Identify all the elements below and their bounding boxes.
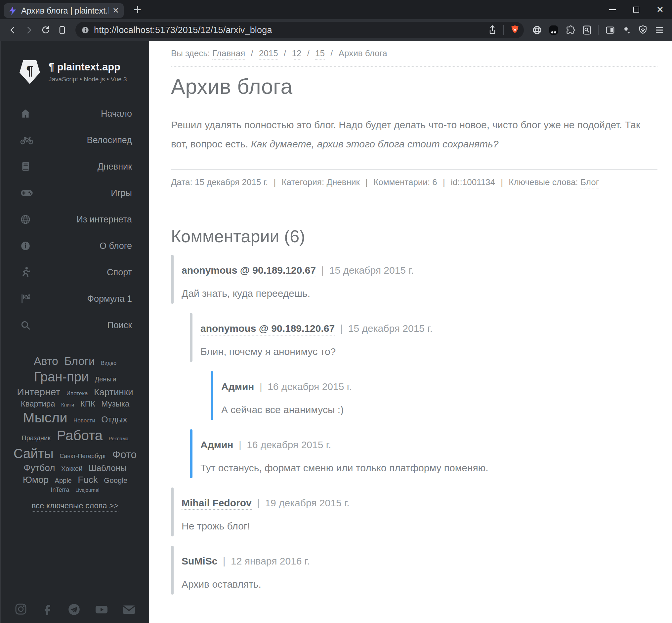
forward-button[interactable] [22,23,36,37]
tag-link[interactable]: Реклама [109,436,129,441]
globe-extension-icon[interactable] [530,23,544,37]
comment-author-link[interactable]: anonymous @ 90.189.120.67 [200,323,335,335]
breadcrumb-year-link[interactable]: 2015 [259,48,278,59]
bookmark-icon[interactable] [55,23,69,37]
site-logo[interactable]: ¶ ¶ plaintext.app JavaScript • Node.js •… [1,41,149,84]
leo-ai-sparkle-icon[interactable] [619,23,634,37]
breadcrumb-current: Архив блога [339,48,387,58]
sidebar-toggle-icon[interactable] [603,23,617,37]
tag-link[interactable]: Книги [61,402,74,408]
meta-post-id: id::1001134 [451,177,495,187]
bicycle-icon [20,136,33,145]
nav-item-sport[interactable]: Спорт [1,259,149,286]
nav-item-about[interactable]: О блоге [1,233,149,259]
tag-link[interactable]: Авто [34,355,58,367]
maximize-icon [633,7,639,12]
tag-link[interactable]: Отдых [101,414,127,424]
telegram-icon[interactable] [67,602,81,616]
breadcrumb-day-link[interactable]: 15 [315,48,325,59]
tag-link[interactable]: Работа [57,428,103,443]
nav-item-bicycle[interactable]: Велосипед [1,127,149,153]
tag-link[interactable]: Новости [74,417,95,424]
close-window-button[interactable]: ✕ [648,0,672,19]
brave-shields-icon[interactable] [509,25,521,36]
reload-button[interactable] [38,23,53,37]
tag-link[interactable]: Санкт-Петербург [59,453,106,459]
tag-link[interactable]: Google [104,476,127,484]
tag-link[interactable]: Футбол [24,463,55,473]
comment-thread-bar [171,546,174,595]
extensions-puzzle-icon[interactable] [563,23,578,37]
maximize-button[interactable] [624,0,648,19]
nav-item-games[interactable]: Игры [1,180,149,206]
comment-text: Дай знать, куда переедешь. [181,288,657,299]
home-icon [20,109,31,119]
new-tab-button[interactable]: + [134,3,141,16]
back-button[interactable] [5,23,20,37]
browser-titlebar: Архив блога | plaintext.blog ✕ + ✕ [0,0,672,19]
browser-tab[interactable]: Архив блога | plaintext.blog ✕ [4,3,124,18]
post-body-italic: Как думаете, архив этого блога стоит сох… [251,139,499,149]
nav-item-formula1[interactable]: Формула 1 [1,286,149,312]
email-icon[interactable] [122,602,136,616]
breadcrumb-home-link[interactable]: Главная [212,48,245,59]
comment-author-link[interactable]: Mihail Fedorov [181,497,252,510]
all-keywords-link[interactable]: все ключевые слова >> [32,501,119,512]
youtube-icon[interactable] [94,602,109,616]
address-bar[interactable]: http://localhost:5173/2015/12/15/arxiv_b… [76,22,524,38]
tag-link[interactable]: InTerra [51,486,69,493]
tag-link[interactable]: Музыка [101,399,129,408]
tag-link[interactable]: Юмор [23,475,49,485]
tag-link[interactable]: Деньги [95,376,116,383]
tag-link[interactable]: Fuck [78,475,98,485]
tag-link[interactable]: Гран-при [34,369,89,384]
nav-item-from-internet[interactable]: Из интернета [1,206,149,233]
comments-heading: Комментарии (6) [171,227,657,246]
tab-close-icon[interactable]: ✕ [112,6,119,15]
main-content: Вы здесь: Главная / 2015 / 12 / 15 / Арх… [149,41,672,623]
site-title: ¶ plaintext.app [49,61,127,73]
comment-author: Админ [221,381,254,392]
search-panel-icon[interactable] [580,23,594,37]
comment-author-link[interactable]: anonymous @ 90.189.120.67 [181,265,316,277]
tag-link[interactable]: Мысли [23,410,67,425]
tag-link[interactable]: Ипотека [66,390,88,396]
comment-thread-bar [171,487,174,536]
tag-link[interactable]: Livejournal [76,487,100,493]
tag-link[interactable]: Интернет [17,386,60,397]
comment-text: Тут останусь, формат сменю или только пл… [200,463,657,474]
search-icon [20,320,31,330]
site-info-icon[interactable] [80,25,91,35]
tag-link[interactable]: Блоги [64,355,94,367]
breadcrumb-month-link[interactable]: 12 [292,48,301,59]
tag-link[interactable]: Фото [112,448,137,461]
url-text[interactable]: http://localhost:5173/2015/12/15/arxiv_b… [94,25,483,35]
nav-item-home[interactable]: Начало [1,100,149,127]
nav-item-diary[interactable]: Дневник [1,153,149,180]
keyword-link[interactable]: Блог [580,177,599,188]
tag-link[interactable]: Картинки [94,387,133,397]
tag-link[interactable]: Квартира [21,399,55,408]
gamepad-icon [20,189,33,197]
nav-item-search[interactable]: Поиск [1,312,149,338]
comment-date: 19 декабря 2015 г. [265,497,349,508]
tag-link[interactable]: Сайты [13,446,54,461]
facebook-icon[interactable] [41,602,54,616]
vpn-shield-icon[interactable] [636,23,650,37]
tag-link[interactable]: КПК [80,399,95,408]
tag-link[interactable]: Apple [55,477,72,484]
favicon-vite-icon [8,6,17,15]
book-icon [20,161,31,172]
comment-date: 15 декабря 2015 г. [329,265,414,276]
tag-link[interactable]: Видео [101,360,116,366]
window-controls: ✕ [600,0,672,19]
tag-link[interactable]: Шаблоны [89,463,127,473]
extension-avatar-icon[interactable] [546,23,561,37]
tag-link[interactable]: Хоккей [61,465,82,472]
instagram-icon[interactable] [14,602,27,616]
minimize-button[interactable] [600,0,624,19]
tag-link[interactable]: Праздник [22,434,51,442]
menu-icon[interactable] [652,23,667,37]
share-icon[interactable] [486,24,498,36]
site-subtitle: JavaScript • Node.js • Vue 3 [49,76,127,83]
